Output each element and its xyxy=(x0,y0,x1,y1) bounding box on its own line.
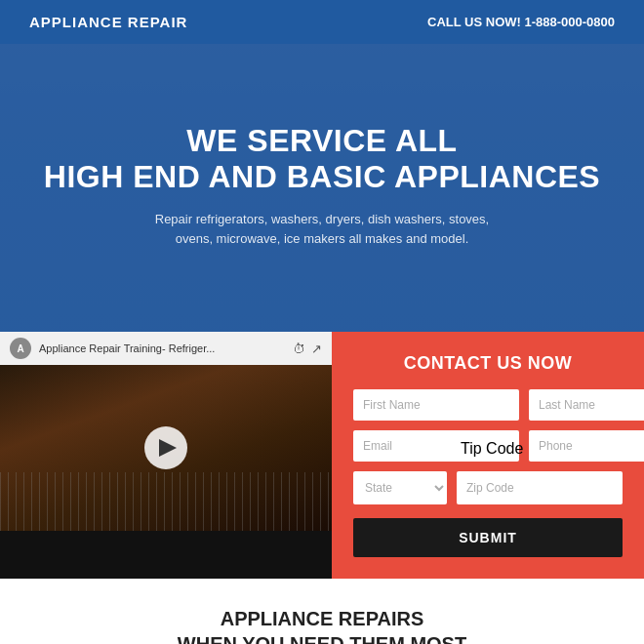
play-button[interactable] xyxy=(144,426,187,469)
phone-input[interactable] xyxy=(529,430,644,462)
hero-title-line1: WE SERVICE ALL xyxy=(186,123,457,158)
hero-title-line2: HIGH END AND BASIC APPLIANCES xyxy=(44,159,600,194)
contact-row xyxy=(353,430,623,462)
video-title: Appliance Repair Training- Refriger... xyxy=(39,342,285,354)
lower-title-line1: APPLIANCE REPAIRS xyxy=(221,608,424,629)
hero-content: WE SERVICE ALL HIGH END AND BASIC APPLIA… xyxy=(5,64,639,268)
site-header: APPLIANCE REPAIR CALL US NOW! 1-888-000-… xyxy=(0,0,644,44)
content-section: A Appliance Repair Training- Refriger...… xyxy=(0,332,644,579)
zip-input[interactable] xyxy=(457,471,623,504)
lower-title: APPLIANCE REPAIRS WHEN YOU NEED THEM MOS… xyxy=(29,606,615,644)
hero-title: WE SERVICE ALL HIGH END AND BASIC APPLIA… xyxy=(44,123,600,195)
name-row xyxy=(353,389,623,421)
share-icon[interactable]: ↗ xyxy=(311,342,322,356)
hero-section: WE SERVICE ALL HIGH END AND BASIC APPLIA… xyxy=(0,0,644,332)
state-select[interactable]: State ALAKAZCA COFLGAIL NYTX xyxy=(353,471,447,504)
header-phone: CALL US NOW! 1-888-000-0800 xyxy=(427,15,615,29)
form-title: CONTACT US NOW xyxy=(353,353,623,374)
first-name-input[interactable] xyxy=(353,389,519,421)
video-decoration xyxy=(0,472,332,531)
hero-subtitle: Repair refrigerators, washers, dryers, d… xyxy=(137,210,507,248)
lower-title-line2: WHEN YOU NEED THEM MOST xyxy=(178,633,466,644)
video-avatar: A xyxy=(10,338,31,359)
cta-prefix: CALL US NOW! xyxy=(427,15,521,29)
last-name-input[interactable] xyxy=(529,389,644,421)
video-thumbnail[interactable] xyxy=(0,365,332,531)
lower-section: APPLIANCE REPAIRS WHEN YOU NEED THEM MOS… xyxy=(0,579,644,644)
contact-form-panel: CONTACT US NOW State ALAKAZCA COFLGAIL N… xyxy=(332,332,644,579)
location-row: State ALAKAZCA COFLGAIL NYTX xyxy=(353,471,623,504)
contact-form: State ALAKAZCA COFLGAIL NYTX SUBMIT xyxy=(353,389,623,557)
video-toolbar: A Appliance Repair Training- Refriger...… xyxy=(0,332,332,365)
video-toolbar-icons: ⏱ ↗ xyxy=(293,342,322,356)
watch-later-icon[interactable]: ⏱ xyxy=(293,342,305,356)
site-logo: APPLIANCE REPAIR xyxy=(29,14,187,30)
phone-number[interactable]: 1-888-000-0800 xyxy=(524,15,615,29)
submit-button[interactable]: SUBMIT xyxy=(353,518,623,557)
video-panel: A Appliance Repair Training- Refriger...… xyxy=(0,332,332,579)
email-input[interactable] xyxy=(353,430,519,462)
